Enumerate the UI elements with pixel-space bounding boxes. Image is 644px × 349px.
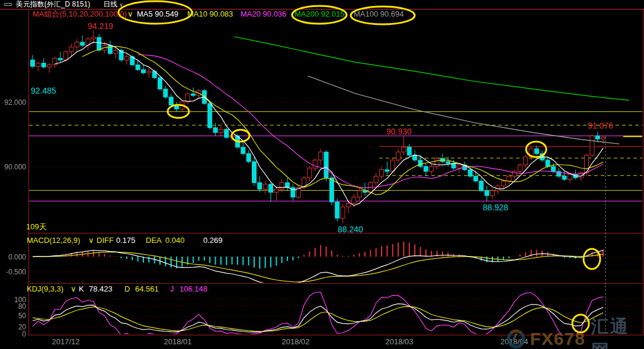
- dea-label: DEA: [146, 236, 162, 245]
- k-label: K: [79, 285, 84, 293]
- kdj-indicator-label[interactable]: KDJ(9,3,3): [27, 285, 63, 293]
- chevron-down-icon: ∨: [119, 2, 123, 8]
- d-label: D: [124, 285, 130, 293]
- macd-indicator-label[interactable]: MACD(12,26,9): [27, 236, 80, 245]
- j-value: 106.148: [180, 285, 207, 293]
- watermark-huitongwang: 汇通网: [591, 315, 644, 349]
- ma10-value: MA10 90.083: [187, 10, 233, 18]
- price-annotation: 90.930: [386, 127, 412, 136]
- ma100-value: MA100 90.694: [354, 10, 404, 18]
- date-label: 2017/12: [45, 337, 86, 346]
- ma-group-label[interactable]: MA组合(5,10,20,200,100,0): [33, 10, 127, 18]
- fx678-logo-icon: [507, 329, 525, 348]
- date-label: 2018/03: [379, 337, 420, 346]
- period-selector[interactable]: 日线 ∨: [103, 0, 123, 9]
- ma20-value: MA20 90.036: [241, 10, 286, 18]
- price-tick: 90.000: [0, 163, 26, 171]
- chevron-down-icon[interactable]: ∨: [88, 236, 94, 245]
- date-label: 2018/01: [157, 337, 198, 346]
- diff-value: 0.175: [116, 236, 136, 245]
- kdj-tick: 50: [0, 312, 26, 320]
- j-label: J: [170, 285, 174, 293]
- title-bar: ⊂⊃ 美元指数(外汇_D 8151) 日线 ∨: [0, 0, 644, 9]
- kdj-tick: 0: [0, 330, 26, 338]
- watermark: FX678 汇通网: [507, 315, 644, 349]
- chart-title: 美元指数(外汇_D 8151): [16, 0, 90, 9]
- macd-tick: -0.500: [0, 268, 26, 276]
- price-annotation: 88.928: [483, 203, 508, 212]
- price-annotation: 92.485: [31, 86, 56, 95]
- dea-value: 0.040: [165, 236, 185, 245]
- diff-label: DIFF: [97, 236, 114, 245]
- d-value: 64.561: [135, 285, 159, 293]
- period-label: 日线: [103, 0, 117, 9]
- kdj-tick: 80: [0, 302, 26, 310]
- span-annotation: 109天: [26, 223, 47, 231]
- window-icon: ⊂⊃: [4, 1, 11, 8]
- price-annotation: 91.076: [588, 121, 613, 130]
- price-annotation: 88.240: [338, 225, 363, 234]
- date-label: 2018/02: [275, 337, 316, 346]
- price-tick: 92.000: [0, 98, 26, 107]
- macd-value: 0.269: [203, 236, 223, 245]
- chevron-down-icon[interactable]: ∨: [71, 285, 76, 293]
- macd-tick: 0.000: [0, 253, 26, 261]
- chart-application: ⊂⊃ 美元指数(外汇_D 8151) 日线 ∨ MA组合(5,10,20,200…: [0, 0, 644, 349]
- k-value: 78.423: [89, 285, 113, 293]
- watermark-fx678: FX678: [530, 329, 585, 349]
- ma200-value: MA200 92.015: [294, 10, 345, 18]
- chart-canvas[interactable]: [0, 0, 644, 349]
- chevron-down-icon[interactable]: ∨: [127, 10, 133, 18]
- price-annotation: 94.219: [88, 21, 113, 31]
- ma5-value: MA5 90.549: [137, 10, 178, 18]
